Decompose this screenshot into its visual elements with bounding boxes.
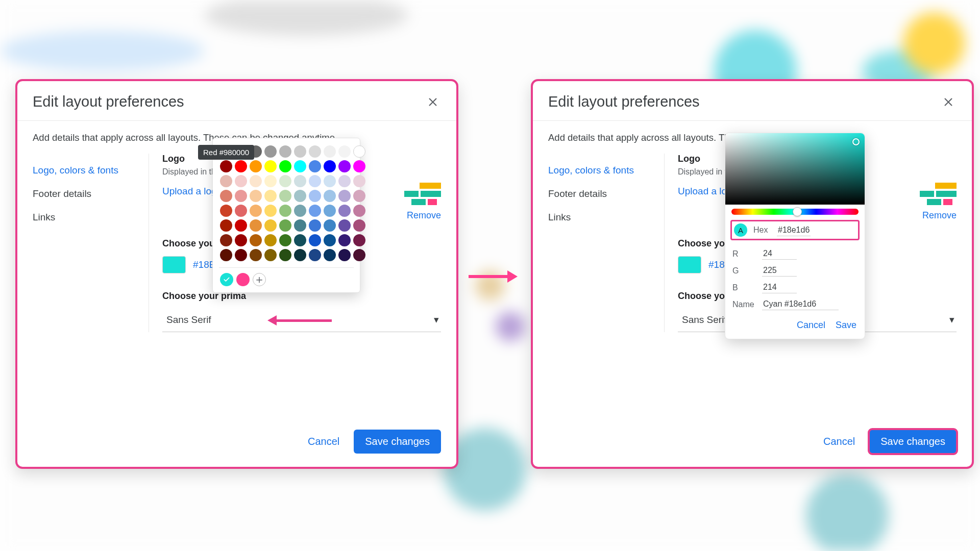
picker-cancel-button[interactable]: Cancel (797, 320, 825, 331)
add-custom-color-button[interactable]: ＋ (253, 273, 266, 286)
palette-color[interactable] (235, 160, 247, 172)
cancel-button[interactable]: Cancel (820, 431, 858, 453)
palette-color[interactable] (264, 160, 277, 172)
palette-color[interactable] (294, 160, 306, 172)
palette-color[interactable] (220, 190, 232, 202)
palette-color[interactable] (324, 219, 336, 232)
palette-color[interactable] (353, 249, 365, 261)
sidebar-item-logo-colors-fonts[interactable]: Logo, colors & fonts (33, 160, 141, 183)
palette-color[interactable] (235, 190, 247, 202)
palette-color[interactable] (235, 205, 247, 217)
palette-color[interactable] (279, 234, 291, 246)
palette-color[interactable] (294, 175, 306, 187)
palette-color[interactable] (279, 175, 291, 187)
palette-color[interactable] (220, 160, 232, 172)
palette-color[interactable] (250, 219, 262, 232)
palette-color[interactable] (264, 145, 277, 158)
palette-color[interactable] (338, 160, 351, 172)
palette-color[interactable] (353, 145, 365, 158)
palette-color[interactable] (353, 160, 365, 172)
sidebar-item-links[interactable]: Links (548, 207, 657, 230)
palette-color[interactable] (279, 219, 291, 232)
palette-color[interactable] (324, 234, 336, 246)
palette-color[interactable] (309, 249, 321, 261)
color-swatch[interactable] (162, 256, 186, 273)
sidebar-item-logo-colors-fonts[interactable]: Logo, colors & fonts (548, 160, 657, 183)
palette-color[interactable] (294, 145, 306, 158)
save-changes-button[interactable]: Save changes (869, 430, 957, 454)
palette-color[interactable] (309, 175, 321, 187)
name-input[interactable]: Cyan #18e1d6 (762, 298, 839, 310)
save-changes-button[interactable]: Save changes (354, 430, 441, 454)
saturation-value-canvas[interactable] (725, 133, 865, 205)
g-input[interactable]: 225 (762, 265, 797, 277)
palette-color[interactable] (338, 219, 351, 232)
palette-color[interactable] (250, 249, 262, 261)
palette-color[interactable] (264, 234, 277, 246)
palette-color[interactable] (324, 160, 336, 172)
palette-color[interactable] (338, 249, 351, 261)
palette-color[interactable] (294, 190, 306, 202)
palette-color[interactable] (250, 160, 262, 172)
remove-logo-link[interactable]: Remove (407, 210, 441, 221)
close-button[interactable] (940, 94, 957, 110)
palette-color[interactable] (264, 205, 277, 217)
palette-color[interactable] (250, 234, 262, 246)
palette-color[interactable] (235, 249, 247, 261)
color-swatch[interactable] (678, 256, 701, 273)
palette-color[interactable] (353, 190, 365, 202)
custom-color-pink[interactable] (236, 273, 250, 286)
palette-color[interactable] (220, 219, 232, 232)
sidebar-item-footer-details[interactable]: Footer details (548, 183, 657, 207)
palette-color[interactable] (264, 219, 277, 232)
palette-color[interactable] (324, 175, 336, 187)
sidebar-item-links[interactable]: Links (33, 207, 141, 230)
palette-color[interactable] (264, 249, 277, 261)
palette-color[interactable] (220, 249, 232, 261)
palette-color[interactable] (338, 145, 351, 158)
palette-color[interactable] (294, 234, 306, 246)
palette-color[interactable] (309, 145, 321, 158)
palette-color[interactable] (294, 219, 306, 232)
r-input[interactable]: 24 (762, 248, 797, 260)
b-input[interactable]: 214 (762, 282, 797, 293)
palette-color[interactable] (324, 249, 336, 261)
palette-color[interactable] (264, 175, 277, 187)
palette-color[interactable] (309, 160, 321, 172)
palette-color[interactable] (250, 190, 262, 202)
palette-color[interactable] (338, 190, 351, 202)
sidebar-item-footer-details[interactable]: Footer details (33, 183, 141, 207)
palette-color[interactable] (309, 190, 321, 202)
palette-color[interactable] (250, 205, 262, 217)
hue-slider[interactable] (731, 209, 859, 215)
palette-color[interactable] (220, 234, 232, 246)
palette-color[interactable] (279, 190, 291, 202)
palette-color[interactable] (220, 175, 232, 187)
palette-color[interactable] (353, 175, 365, 187)
cancel-button[interactable]: Cancel (305, 431, 342, 453)
palette-color[interactable] (294, 205, 306, 217)
palette-color[interactable] (338, 175, 351, 187)
palette-color[interactable] (264, 190, 277, 202)
palette-color[interactable] (250, 175, 262, 187)
palette-color[interactable] (309, 219, 321, 232)
palette-color[interactable] (324, 190, 336, 202)
palette-color[interactable] (353, 234, 365, 246)
palette-color[interactable] (279, 145, 291, 158)
palette-color[interactable] (279, 249, 291, 261)
palette-color[interactable] (220, 205, 232, 217)
palette-color[interactable] (338, 205, 351, 217)
palette-color[interactable] (235, 219, 247, 232)
hex-input[interactable]: #18e1d6 (777, 224, 811, 236)
palette-color[interactable] (353, 219, 365, 232)
palette-color[interactable] (309, 205, 321, 217)
remove-logo-link[interactable]: Remove (922, 210, 957, 221)
palette-color[interactable] (338, 234, 351, 246)
picker-save-button[interactable]: Save (836, 320, 856, 331)
palette-color[interactable] (309, 234, 321, 246)
palette-color[interactable] (279, 160, 291, 172)
palette-color[interactable] (294, 249, 306, 261)
palette-color[interactable] (235, 234, 247, 246)
palette-color[interactable] (353, 205, 365, 217)
palette-color[interactable] (235, 175, 247, 187)
